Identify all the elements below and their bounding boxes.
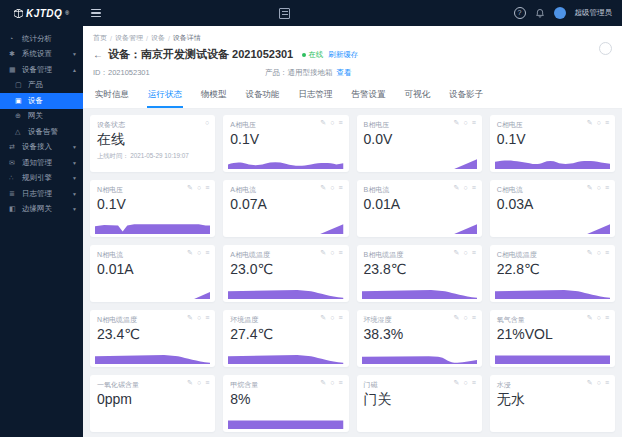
sidebar-item-通知管理[interactable]: ✉通知管理▼ (0, 155, 83, 171)
refresh-icon[interactable]: ○ (205, 119, 209, 126)
tab-日志管理[interactable]: 日志管理 (298, 85, 334, 108)
tab-告警设置[interactable]: 告警设置 (351, 85, 387, 108)
refresh-icon[interactable]: ○ (597, 184, 601, 191)
refresh-icon[interactable]: ○ (330, 184, 334, 191)
back-icon[interactable]: ← (93, 49, 103, 60)
edit-icon[interactable]: ✎ (187, 184, 193, 191)
sidebar-item-网关[interactable]: ⊕网关 (0, 109, 83, 125)
refresh-icon[interactable]: ○ (597, 314, 601, 321)
sidebar-item-label: 边缘网关 (22, 204, 52, 214)
logo-text: KJTDQ (26, 8, 62, 19)
refresh-icon[interactable]: ○ (330, 379, 334, 386)
sidebar-item-日志管理[interactable]: ≣日志管理▼ (0, 186, 83, 202)
sidebar-item-产品[interactable]: ▢产品 (0, 78, 83, 94)
more-icon[interactable]: ≡ (205, 184, 209, 191)
refresh-icon[interactable]: ○ (597, 119, 601, 126)
more-icon[interactable]: ≡ (472, 379, 476, 386)
tab-设备影子[interactable]: 设备影子 (448, 85, 484, 108)
refresh-icon[interactable]: ○ (463, 119, 467, 126)
tab-可视化[interactable]: 可视化 (404, 85, 432, 108)
more-icon[interactable]: ≡ (605, 249, 609, 256)
question-icon[interactable]: ? (514, 7, 526, 19)
edit-icon[interactable]: ✎ (587, 184, 593, 191)
sidebar-item-统计分析[interactable]: ◔统计分析 (0, 31, 83, 47)
edit-icon[interactable]: ✎ (454, 119, 460, 126)
refresh-icon[interactable]: ○ (197, 314, 201, 321)
more-icon[interactable]: ≡ (338, 314, 342, 321)
edit-icon[interactable]: ✎ (454, 314, 460, 321)
sidebar-item-系统设置[interactable]: ✱系统设置▼ (0, 47, 83, 63)
more-icon[interactable]: ≡ (472, 249, 476, 256)
chart-pie-icon: ◔ (9, 35, 19, 42)
more-icon[interactable]: ≡ (472, 119, 476, 126)
sidebar-item-设备接入[interactable]: ⇄设备接入▼ (0, 140, 83, 156)
more-icon[interactable]: ≡ (338, 249, 342, 256)
sidebar-item-边缘网关[interactable]: ◧边缘网关▼ (0, 202, 83, 218)
sidebar-item-label: 统计分析 (22, 34, 52, 44)
card-value: 门关 (364, 392, 475, 407)
more-icon[interactable]: ≡ (472, 184, 476, 191)
edit-icon[interactable]: ✎ (587, 314, 593, 321)
edit-icon[interactable]: ✎ (187, 314, 193, 321)
more-icon[interactable]: ≡ (205, 314, 209, 321)
refresh-icon[interactable]: ○ (463, 314, 467, 321)
hamburger-icon[interactable] (91, 9, 101, 17)
refresh-button[interactable] (599, 42, 612, 55)
more-icon[interactable]: ≡ (605, 379, 609, 386)
edit-icon[interactable]: ✎ (320, 119, 326, 126)
edit-icon[interactable]: ✎ (187, 249, 193, 256)
avatar[interactable] (554, 7, 566, 19)
more-icon[interactable]: ≡ (338, 119, 342, 126)
breadcrumb-item[interactable]: 首页 (93, 33, 107, 43)
edit-icon[interactable]: ✎ (587, 249, 593, 256)
more-icon[interactable]: ≡ (605, 119, 609, 126)
refresh-icon[interactable]: ○ (597, 379, 601, 386)
edit-icon[interactable]: ✎ (320, 379, 326, 386)
status-card-C相电缆温度: C相电缆温度✎○≡22.8℃ (490, 245, 615, 302)
edit-icon[interactable]: ✎ (454, 249, 460, 256)
refresh-icon[interactable]: ○ (197, 184, 201, 191)
more-icon[interactable]: ≡ (338, 184, 342, 191)
more-icon[interactable]: ≡ (205, 379, 209, 386)
edit-icon[interactable]: ✎ (587, 119, 593, 126)
edit-icon[interactable]: ✎ (454, 379, 460, 386)
sparkline-chart (495, 286, 610, 299)
refresh-icon[interactable]: ○ (197, 379, 201, 386)
bell-icon[interactable] (535, 8, 545, 19)
sidebar-item-规则引擎[interactable]: ∴规则引擎▼ (0, 171, 83, 187)
refresh-icon[interactable]: ○ (197, 249, 201, 256)
refresh-icon[interactable]: ○ (330, 249, 334, 256)
edit-icon[interactable]: ✎ (320, 249, 326, 256)
edit-icon[interactable]: ✎ (187, 379, 193, 386)
refresh-cache-link[interactable]: 刷新缓存 (328, 50, 358, 60)
view-product-link[interactable]: 查看 (337, 68, 352, 78)
refresh-icon[interactable]: ○ (463, 379, 467, 386)
sidebar-item-设备管理[interactable]: ▦设备管理▲ (0, 62, 83, 78)
edit-icon[interactable]: ✎ (454, 184, 460, 191)
edit-icon[interactable]: ✎ (320, 184, 326, 191)
username[interactable]: 超级管理员 (575, 8, 613, 18)
refresh-icon[interactable]: ○ (463, 184, 467, 191)
edit-icon[interactable]: ✎ (320, 314, 326, 321)
more-icon[interactable]: ≡ (472, 314, 476, 321)
tab-设备功能[interactable]: 设备功能 (245, 85, 281, 108)
refresh-icon[interactable]: ○ (463, 249, 467, 256)
logo[interactable]: KJTDQ® (0, 0, 83, 26)
tab-运行状态[interactable]: 运行状态 (147, 85, 183, 108)
more-icon[interactable]: ≡ (205, 249, 209, 256)
sidebar-item-设备告警[interactable]: △设备告警 (0, 124, 83, 140)
breadcrumb-item[interactable]: 设备 (151, 33, 165, 43)
tab-实时信息[interactable]: 实时信息 (94, 85, 130, 108)
more-icon[interactable]: ≡ (605, 184, 609, 191)
refresh-icon[interactable]: ○ (330, 314, 334, 321)
menu-box-icon[interactable] (279, 8, 290, 19)
edit-icon[interactable]: ✎ (587, 379, 593, 386)
more-icon[interactable]: ≡ (338, 379, 342, 386)
refresh-icon[interactable]: ○ (330, 119, 334, 126)
sidebar-menu: ◔统计分析✱系统设置▼▦设备管理▲▢产品▣设备⊕网关△设备告警⇄设备接入▼✉通知… (0, 26, 83, 437)
refresh-icon[interactable]: ○ (597, 249, 601, 256)
more-icon[interactable]: ≡ (605, 314, 609, 321)
breadcrumb-item[interactable]: 设备管理 (115, 33, 143, 43)
tab-物模型[interactable]: 物模型 (200, 85, 228, 108)
sidebar-item-设备[interactable]: ▣设备 (0, 93, 83, 109)
